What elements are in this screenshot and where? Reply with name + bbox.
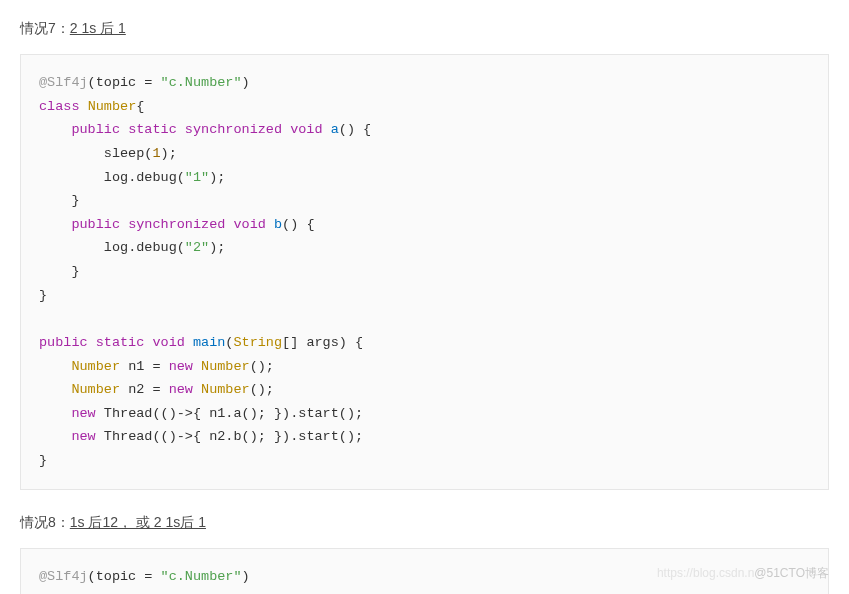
keyword: synchronized: [185, 122, 282, 137]
type: String: [233, 335, 282, 350]
string-literal: "c.Number": [161, 569, 242, 584]
call: debug: [136, 170, 177, 185]
code-block-8: @Slf4j(topic = "c.Number"): [20, 548, 829, 594]
keyword: void: [290, 122, 322, 137]
call: start: [298, 406, 339, 421]
method-name: main: [193, 335, 225, 350]
param: args: [306, 335, 338, 350]
keyword: synchronized: [128, 217, 225, 232]
keyword: public: [71, 122, 120, 137]
keyword: public: [39, 335, 88, 350]
keyword: static: [128, 122, 177, 137]
type: Number: [71, 359, 120, 374]
call: debug: [136, 240, 177, 255]
type: Number: [201, 359, 250, 374]
var: n1: [209, 406, 225, 421]
keyword: new: [169, 359, 193, 374]
call: a: [233, 406, 241, 421]
keyword: new: [71, 406, 95, 421]
call: start: [298, 429, 339, 444]
case-8-heading: 情况8：1s 后12， 或 2 1s后 1: [20, 514, 829, 532]
identifier: log: [104, 240, 128, 255]
type: Number: [71, 382, 120, 397]
param-name: topic: [96, 75, 137, 90]
method-name: a: [331, 122, 339, 137]
annotation: @Slf4j: [39, 75, 88, 90]
keyword: class: [39, 99, 80, 114]
class-name: Number: [88, 99, 137, 114]
string-literal: "2": [185, 240, 209, 255]
annotation: @Slf4j: [39, 569, 88, 584]
case-7-prefix: 情况7：: [20, 20, 70, 36]
case-7-heading: 情况7：2 1s 后 1: [20, 20, 829, 38]
param-name: topic: [96, 569, 137, 584]
string-literal: "1": [185, 170, 209, 185]
var: n2: [128, 382, 144, 397]
case-8-result: 1s 后12， 或 2 1s后 1: [70, 514, 206, 530]
number-literal: 1: [152, 146, 160, 161]
var: n2: [209, 429, 225, 444]
keyword: new: [71, 429, 95, 444]
type: Thread: [104, 429, 153, 444]
keyword: void: [233, 217, 265, 232]
identifier: log: [104, 170, 128, 185]
keyword: public: [71, 217, 120, 232]
string-literal: "c.Number": [161, 75, 242, 90]
keyword: new: [169, 382, 193, 397]
keyword: void: [152, 335, 184, 350]
var: n1: [128, 359, 144, 374]
case-8-prefix: 情况8：: [20, 514, 70, 530]
keyword: static: [96, 335, 145, 350]
code-block-7: @Slf4j(topic = "c.Number") class Number{…: [20, 54, 829, 490]
call: sleep: [104, 146, 145, 161]
method-name: b: [274, 217, 282, 232]
case-7-result: 2 1s 后 1: [70, 20, 126, 36]
call: b: [233, 429, 241, 444]
type: Thread: [104, 406, 153, 421]
type: Number: [201, 382, 250, 397]
